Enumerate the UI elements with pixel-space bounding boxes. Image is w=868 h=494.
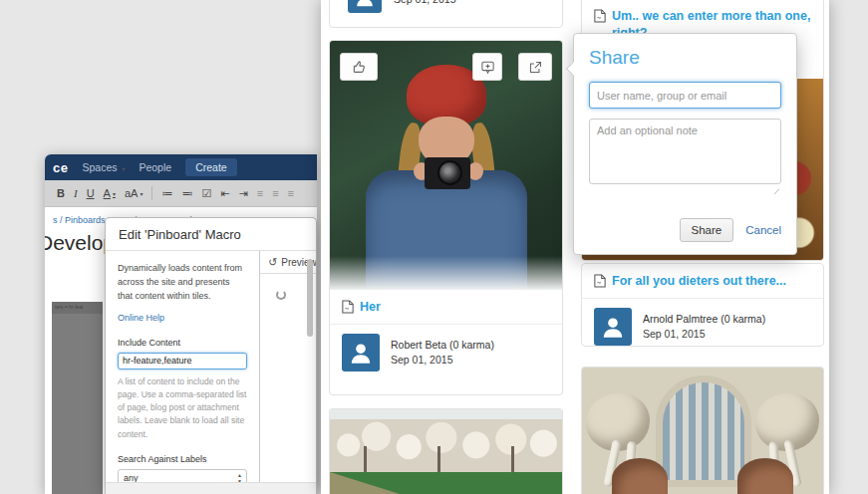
- dialog-title: Edit 'Pinboard' Macro: [106, 218, 316, 251]
- italic-button[interactable]: I: [74, 187, 78, 199]
- photo-detail: [511, 446, 514, 472]
- numbered-list-icon[interactable]: ≕: [181, 187, 192, 200]
- card-title-row: For all you dieters out there...: [582, 264, 823, 298]
- nav-spaces[interactable]: Spaces ▾: [82, 161, 125, 173]
- dialog-footer: [106, 482, 316, 494]
- share-export-icon: [528, 60, 543, 75]
- document-icon: [594, 9, 606, 23]
- bullet-list-icon[interactable]: ≔: [161, 187, 172, 200]
- pinboard-macro-placeholder[interactable]: ters = hr-feat: [52, 302, 103, 494]
- post-date: Sep 01, 2015: [391, 354, 494, 366]
- post-date: Sep 01, 2015: [643, 328, 765, 340]
- document-icon: [342, 300, 354, 314]
- photo-detail: [437, 160, 462, 185]
- photo-detail: [612, 458, 668, 494]
- post-date: Sep 01, 2015: [394, 0, 455, 5]
- include-content-help: A list of content to include on the page…: [118, 375, 247, 441]
- refresh-icon[interactable]: ↻: [268, 256, 277, 269]
- editor-toolbar: B I U A▾ aA▾ ≔ ≕ ☑ ⇤ ⇥ ≡ ≡ ≡: [45, 180, 317, 207]
- outdent-icon[interactable]: ⇤: [220, 187, 229, 200]
- align-right-icon[interactable]: ≡: [288, 187, 294, 199]
- underline-button[interactable]: U: [87, 187, 95, 199]
- app-navbar: ce Spaces ▾ People Create: [45, 154, 317, 180]
- create-button[interactable]: Create: [185, 158, 237, 176]
- thumbs-up-icon: [351, 59, 367, 75]
- share-button-card[interactable]: [518, 53, 552, 81]
- photo-woman-with-camera: [330, 41, 562, 290]
- document-icon: [594, 274, 606, 288]
- online-help-link[interactable]: Online Help: [118, 313, 164, 323]
- like-button[interactable]: [340, 53, 378, 81]
- photo-detail: [364, 446, 367, 472]
- author-name: Robert Beta (0 karma): [391, 339, 494, 351]
- pin-card-orchard[interactable]: [329, 408, 563, 494]
- photo-detail: [437, 446, 440, 472]
- bold-button[interactable]: B: [57, 187, 65, 199]
- pinboard-preview-window: Sep 01, 2015 Her: [321, 0, 829, 494]
- chevron-down-icon: ▾: [113, 190, 116, 197]
- share-actions: Share Cancel: [680, 218, 782, 242]
- comment-plus-icon: [480, 60, 495, 75]
- share-popup-title: Share: [589, 47, 781, 69]
- photo-walrus-sculptures: [582, 368, 823, 494]
- avatar: [348, 0, 382, 13]
- macro-form-pane: Dynamically loads content from across th…: [106, 251, 259, 482]
- author-row: Robert Beta (0 karma) Sep 01, 2015: [330, 324, 562, 380]
- card-link-her[interactable]: Her: [360, 299, 381, 316]
- card-title-row: Her: [330, 290, 562, 324]
- dialog-body: Dynamically loads content from across th…: [106, 251, 316, 482]
- resize-grip-icon[interactable]: [770, 185, 779, 194]
- align-left-icon[interactable]: ≡: [257, 187, 263, 199]
- person-icon: [348, 340, 374, 366]
- comment-button[interactable]: [472, 53, 502, 81]
- avatar: [594, 308, 632, 346]
- include-content-input[interactable]: [118, 353, 247, 370]
- task-list-icon[interactable]: ☑: [201, 187, 211, 200]
- card-link-dieters[interactable]: For all you dieters out there...: [612, 273, 786, 290]
- nav-people[interactable]: People: [139, 161, 171, 173]
- align-center-icon[interactable]: ≡: [272, 187, 278, 199]
- edit-pinboard-macro-dialog: Edit 'Pinboard' Macro Dynamically loads …: [105, 217, 317, 494]
- pin-card-dieters[interactable]: For all you dieters out there... Arnold …: [581, 263, 824, 347]
- pin-card-walrus[interactable]: [581, 367, 824, 494]
- share-recipient-input[interactable]: [589, 82, 781, 109]
- author-name: Arnold Palmtree (0 karma): [643, 313, 765, 325]
- pin-card-her[interactable]: Her Robert Beta (0 karma) Sep 01, 2015: [329, 40, 563, 395]
- include-content-label: Include Content: [118, 338, 247, 348]
- text-size-button[interactable]: aA▾: [125, 187, 143, 199]
- text-color-button[interactable]: A▾: [104, 187, 116, 199]
- author-row: Arnold Palmtree (0 karma) Sep 01, 2015: [582, 298, 823, 347]
- share-popup: Share Share Cancel: [573, 33, 797, 255]
- loading-spinner-icon: [276, 290, 286, 300]
- photo-fade: [330, 256, 562, 290]
- pin-card-partial[interactable]: Sep 01, 2015: [329, 0, 563, 28]
- photo-blossoming-orchard: [330, 409, 562, 494]
- share-note-textarea[interactable]: [589, 119, 781, 184]
- chevron-down-icon: ▾: [122, 166, 125, 172]
- photo-detail: [656, 375, 751, 487]
- chevron-down-icon: ▾: [140, 190, 143, 197]
- person-icon: [353, 0, 377, 8]
- search-labels-label: Search Against Labels: [118, 454, 247, 464]
- avatar: [342, 334, 380, 371]
- toolbar-divider: [151, 186, 152, 200]
- photo-detail: [737, 458, 793, 494]
- cancel-link[interactable]: Cancel: [745, 224, 781, 236]
- photo-detail: [330, 472, 400, 494]
- share-submit-button[interactable]: Share: [680, 218, 734, 242]
- indent-icon[interactable]: ⇥: [239, 187, 248, 200]
- app-logo: ce: [53, 160, 68, 175]
- dialog-scrollbar[interactable]: [307, 259, 313, 337]
- macro-description: Dynamically loads content from across th…: [118, 262, 247, 304]
- popup-caret: [566, 62, 580, 76]
- macro-placeholder-label: ters = hr-feat: [52, 302, 103, 314]
- person-icon: [600, 314, 626, 340]
